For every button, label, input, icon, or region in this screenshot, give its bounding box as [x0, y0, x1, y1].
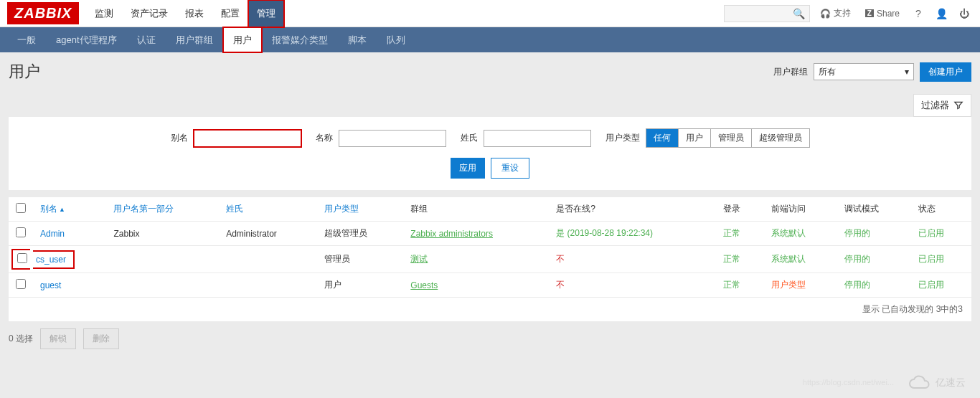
user-alias-link[interactable]: cs_user: [36, 255, 66, 265]
power-icon[interactable]: ⏻: [956, 5, 973, 22]
page-header-right: 用户群组 所有 ▾ 创建用户: [773, 62, 971, 82]
page-title: 用户: [9, 61, 40, 82]
alias-input[interactable]: [194, 130, 301, 147]
watermark-text: 亿速云: [936, 376, 966, 389]
user-alias-link[interactable]: Admin: [40, 229, 65, 239]
cell-status: 已启用: [918, 228, 944, 238]
cell-type: 用户: [317, 273, 404, 298]
cell-online: 是 (2019-08-28 19:22:34): [556, 228, 653, 238]
name-input[interactable]: [339, 130, 446, 147]
cell-online: 不: [556, 254, 565, 264]
sub-auth[interactable]: 认证: [127, 27, 166, 52]
action-bar: 0 选择 解锁 删除: [0, 321, 980, 356]
help-icon[interactable]: ?: [910, 5, 927, 22]
col-online: 是否在线?: [549, 197, 716, 222]
sort-asc-icon: ▲: [59, 206, 65, 213]
cell-type: 超级管理员: [317, 222, 404, 246]
menu-configuration[interactable]: 配置: [212, 0, 248, 27]
search-box[interactable]: 🔍: [724, 5, 810, 22]
sub-queue[interactable]: 队列: [377, 27, 415, 52]
col-groups: 群组: [403, 197, 549, 222]
unlock-button[interactable]: 解锁: [40, 328, 76, 349]
filter-toggle[interactable]: 过滤器: [913, 94, 971, 117]
user-icon[interactable]: 👤: [933, 5, 950, 22]
users-table: 别名▲ 用户名第一部分 姓氏 用户类型 群组 是否在线? 登录 前端访问 调试模…: [9, 197, 971, 298]
usertype-label: 用户类型: [606, 132, 640, 144]
usertype-group: 任何 用户 管理员 超级管理员: [646, 128, 810, 148]
support-link[interactable]: 🎧 支持: [816, 7, 855, 19]
filter-buttons: 应用 重设: [37, 158, 943, 179]
apply-button[interactable]: 应用: [451, 158, 485, 179]
col-type[interactable]: 用户类型: [317, 197, 404, 222]
top-menu: 监测 资产记录 报表 配置 管理: [86, 0, 284, 27]
filter-name: 名称: [316, 130, 446, 147]
filter-bar: 过滤器: [0, 90, 980, 117]
filter-panel: 别名 名称 姓氏 用户类型 任何 用户 管理员 超级管理员 应用 重设: [9, 117, 971, 190]
selected-count: 0 选择: [9, 333, 33, 345]
topbar-right: 🔍 🎧 支持 Z Share ? 👤 ⏻: [724, 5, 973, 22]
col-firstname[interactable]: 用户名第一部分: [106, 197, 219, 222]
support-label: 支持: [834, 7, 851, 19]
surname-input[interactable]: [484, 130, 591, 147]
filter-icon: [953, 100, 963, 110]
topbar: ZABBIX 监测 资产记录 报表 配置 管理 🔍 🎧 支持 Z Share ?…: [0, 0, 980, 27]
user-alias-link[interactable]: guest: [40, 280, 61, 290]
reset-button[interactable]: 重设: [491, 158, 529, 179]
table-row: Admin Zabbix Administrator 超级管理员 Zabbix …: [9, 222, 971, 246]
create-user-button[interactable]: 创建用户: [920, 62, 971, 82]
name-label: 名称: [316, 132, 333, 144]
row-checkbox[interactable]: [16, 279, 26, 289]
row-checkbox[interactable]: [17, 253, 27, 263]
table-row: guest 用户 Guests 不 正常 用户类型 停用的 已启用: [9, 273, 971, 298]
headset-icon: 🎧: [820, 9, 831, 19]
users-table-wrap: 别名▲ 用户名第一部分 姓氏 用户类型 群组 是否在线? 登录 前端访问 调试模…: [9, 197, 971, 321]
type-any[interactable]: 任何: [646, 129, 679, 147]
cell-firstname: Zabbix: [106, 222, 219, 246]
logo[interactable]: ZABBIX: [7, 2, 79, 24]
sub-usergroups[interactable]: 用户群组: [166, 27, 223, 52]
row-checkbox[interactable]: [16, 227, 26, 237]
col-alias[interactable]: 别名▲: [33, 197, 106, 222]
col-debug: 调试模式: [837, 197, 910, 222]
cell-frontend: 系统默认: [771, 254, 806, 264]
type-admin[interactable]: 管理员: [711, 129, 752, 147]
sub-users[interactable]: 用户: [223, 27, 262, 52]
share-link[interactable]: Z Share: [861, 9, 904, 19]
usergroup-select[interactable]: 所有 ▾: [814, 63, 914, 80]
delete-button[interactable]: 删除: [83, 328, 119, 349]
table-footer: 显示 已自动发现的 3中的3: [9, 298, 971, 321]
table-row: cs_user 管理员 测试 不 正常 系统默认 停用的 已启用: [9, 246, 971, 273]
cell-type: 管理员: [317, 246, 404, 273]
sub-general[interactable]: 一般: [7, 27, 46, 52]
type-user[interactable]: 用户: [679, 129, 711, 147]
type-superadmin[interactable]: 超级管理员: [752, 129, 809, 147]
menu-reports[interactable]: 报表: [176, 0, 212, 27]
alias-label: 别名: [171, 132, 188, 144]
menu-monitoring[interactable]: 监测: [86, 0, 122, 27]
sub-proxies[interactable]: agent代理程序: [46, 27, 127, 52]
share-icon: Z: [865, 9, 874, 17]
share-label: Share: [877, 9, 900, 19]
cell-status: 已启用: [918, 254, 944, 264]
usergroup-value: 所有: [819, 66, 836, 78]
col-surname[interactable]: 姓氏: [219, 197, 317, 222]
group-link[interactable]: Zabbix administrators: [410, 229, 493, 239]
table-header-row: 别名▲ 用户名第一部分 姓氏 用户类型 群组 是否在线? 登录 前端访问 调试模…: [9, 197, 971, 222]
cell-firstname: [106, 273, 219, 298]
filter-row: 别名 名称 姓氏 用户类型 任何 用户 管理员 超级管理员: [37, 128, 943, 148]
cell-frontend: 用户类型: [771, 280, 806, 290]
menu-administration[interactable]: 管理: [248, 0, 284, 27]
cell-debug: 停用的: [844, 228, 870, 238]
menu-inventory[interactable]: 资产记录: [122, 0, 176, 27]
page-header: 用户 用户群组 所有 ▾ 创建用户: [0, 52, 980, 90]
usergroup-label: 用户群组: [773, 66, 808, 78]
group-link[interactable]: Guests: [410, 280, 438, 290]
cell-surname: [219, 246, 317, 273]
sub-mediatypes[interactable]: 报警媒介类型: [262, 27, 338, 52]
sub-scripts[interactable]: 脚本: [338, 27, 377, 52]
select-all-checkbox[interactable]: [16, 203, 26, 213]
cell-login: 正常: [723, 254, 740, 264]
filter-usertype: 用户类型 任何 用户 管理员 超级管理员: [606, 128, 810, 148]
group-link[interactable]: 测试: [410, 254, 428, 264]
cloud-icon: [908, 375, 931, 391]
